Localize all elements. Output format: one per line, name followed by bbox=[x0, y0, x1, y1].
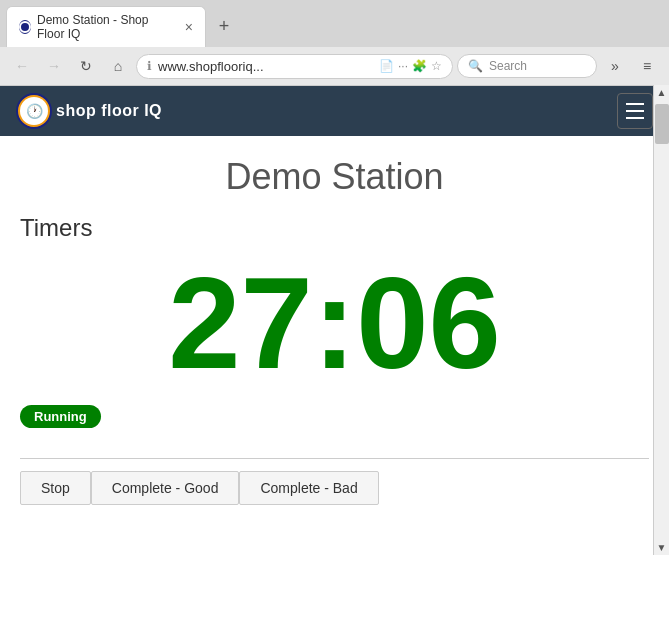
address-info-icon: ℹ bbox=[147, 59, 152, 73]
logo-icon: 🕐 bbox=[16, 93, 52, 129]
address-actions: 📄 ··· 🧩 ☆ bbox=[379, 59, 442, 73]
bookmark-icon[interactable]: ☆ bbox=[431, 59, 442, 73]
app-header: 🕐 shop floor IQ bbox=[0, 86, 669, 136]
tab-favicon bbox=[19, 20, 31, 34]
scroll-thumb[interactable] bbox=[655, 104, 669, 144]
back-button[interactable]: ← bbox=[8, 52, 36, 80]
timer-display: 27:06 bbox=[20, 252, 649, 395]
forward-button[interactable]: → bbox=[40, 52, 68, 80]
search-bar[interactable]: 🔍 Search bbox=[457, 54, 597, 78]
tab-title: Demo Station - Shop Floor IQ bbox=[37, 13, 173, 41]
nav-overflow-button[interactable]: » bbox=[601, 52, 629, 80]
scroll-down-arrow[interactable]: ▼ bbox=[655, 540, 669, 555]
address-bar[interactable]: ℹ www.shopflooriq... 📄 ··· 🧩 ☆ bbox=[136, 54, 453, 79]
status-badge: Running bbox=[20, 405, 101, 428]
main-content: Demo Station Timers 27:06 Running Stop C… bbox=[0, 136, 669, 525]
browser-chrome: Demo Station - Shop Floor IQ × + ← → ↻ ⌂… bbox=[0, 0, 669, 86]
search-icon: 🔍 bbox=[468, 59, 483, 73]
reader-icon[interactable]: 📄 bbox=[379, 59, 394, 73]
logo-text-1: shop floor bbox=[56, 102, 139, 119]
action-buttons: Stop Complete - Good Complete - Bad bbox=[20, 458, 649, 505]
address-url[interactable]: www.shopflooriq... bbox=[158, 59, 373, 74]
logo-text-2: IQ bbox=[144, 102, 162, 119]
logo-clock: 🕐 bbox=[20, 97, 48, 125]
complete-bad-button[interactable]: Complete - Bad bbox=[239, 471, 378, 505]
page-title: Demo Station bbox=[20, 156, 649, 198]
tab-close-button[interactable]: × bbox=[185, 20, 193, 34]
more-icon[interactable]: ··· bbox=[398, 59, 408, 73]
logo: 🕐 shop floor IQ bbox=[16, 93, 162, 129]
scrollbar[interactable]: ▲ ▼ bbox=[653, 85, 669, 555]
active-tab[interactable]: Demo Station - Shop Floor IQ × bbox=[6, 6, 206, 47]
home-button[interactable]: ⌂ bbox=[104, 52, 132, 80]
timers-label: Timers bbox=[20, 214, 649, 242]
scroll-up-arrow[interactable]: ▲ bbox=[655, 85, 669, 100]
tab-bar: Demo Station - Shop Floor IQ × + bbox=[0, 0, 669, 47]
refresh-button[interactable]: ↻ bbox=[72, 52, 100, 80]
stop-button[interactable]: Stop bbox=[20, 471, 91, 505]
complete-good-button[interactable]: Complete - Good bbox=[91, 471, 240, 505]
nav-bar: ← → ↻ ⌂ ℹ www.shopflooriq... 📄 ··· 🧩 ☆ 🔍… bbox=[0, 47, 669, 85]
logo-text: shop floor IQ bbox=[56, 102, 162, 120]
new-tab-button[interactable]: + bbox=[210, 13, 238, 41]
hamburger-menu[interactable] bbox=[617, 93, 653, 129]
nav-menu-button[interactable]: ≡ bbox=[633, 52, 661, 80]
search-placeholder[interactable]: Search bbox=[489, 59, 527, 73]
addon-icon[interactable]: 🧩 bbox=[412, 59, 427, 73]
